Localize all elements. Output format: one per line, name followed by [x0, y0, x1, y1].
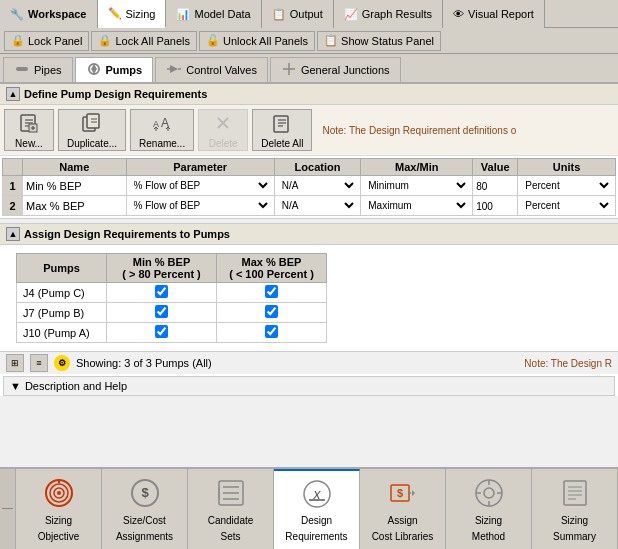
- svg-rect-24: [274, 116, 288, 132]
- table-row: J7 (Pump B): [17, 303, 327, 323]
- toolbar: 🔒 Lock Panel 🔒 Lock All Panels 🔓 Unlock …: [0, 28, 618, 54]
- pump-name-1: J4 (Pump C): [17, 283, 107, 303]
- nav-item-sizing-method[interactable]: Sizing Method: [446, 469, 532, 549]
- location-select-2[interactable]: N/A: [278, 199, 357, 212]
- nav-item-sizing-objective[interactable]: Sizing Objective: [16, 469, 102, 549]
- candidate-sets-label-line2: Sets: [220, 531, 240, 543]
- maxmin-select-2[interactable]: Maximum: [364, 199, 469, 212]
- new-button[interactable]: New...: [4, 109, 54, 151]
- units-select-2[interactable]: Percent: [521, 199, 612, 212]
- col-num: [3, 159, 23, 176]
- sizing-method-icon: [471, 475, 507, 511]
- delete-all-icon: [271, 112, 293, 136]
- delete-button[interactable]: Delete: [198, 109, 248, 151]
- tab-pumps[interactable]: Pumps: [75, 57, 154, 82]
- sizing-summary-icon: [557, 475, 593, 511]
- max-check-1[interactable]: [265, 285, 278, 298]
- maxmin-select-1[interactable]: Minimum: [364, 179, 469, 192]
- tab-workspace[interactable]: 🔧 Workspace: [0, 0, 98, 28]
- sizing-objective-label-line2: Objective: [38, 531, 80, 543]
- collapse-pump-design-button[interactable]: ▲: [6, 87, 20, 101]
- sizing-summary-label-line2: Summary: [553, 531, 596, 543]
- new-icon: [18, 112, 40, 136]
- collapse-assign-button[interactable]: ▲: [6, 227, 20, 241]
- col-pumps-header: Pumps: [17, 254, 107, 283]
- nav-side: │: [0, 469, 16, 549]
- parameter-select-2[interactable]: % Flow of BEP: [130, 199, 271, 212]
- col-min-header: Min % BEP ( > 80 Percent ): [107, 254, 217, 283]
- units-select-1[interactable]: Percent: [521, 179, 612, 192]
- max-check-2[interactable]: [265, 305, 278, 318]
- pipes-icon: [14, 61, 30, 79]
- max-check-3[interactable]: [265, 325, 278, 338]
- parameter-select-1[interactable]: % Flow of BEP: [130, 179, 271, 192]
- assign-cost-label-line1: Assign: [387, 515, 417, 527]
- svg-point-31: [57, 491, 61, 495]
- table-view-button[interactable]: ⊞: [6, 354, 24, 372]
- assign-cost-label-line2: Cost Libraries: [372, 531, 434, 543]
- show-status-panel-button[interactable]: 📋 Show Status Panel: [317, 31, 441, 51]
- col-name: Name: [23, 159, 127, 176]
- size-cost-icon: $: [127, 475, 163, 511]
- nav-item-sizing-summary[interactable]: Sizing Summary: [532, 469, 618, 549]
- tab-sizing[interactable]: ✏️ Sizing: [98, 0, 167, 28]
- status-icon: ⚙: [54, 355, 70, 371]
- control-valves-icon: [166, 61, 182, 79]
- value-input-1[interactable]: [476, 181, 514, 192]
- min-check-1[interactable]: [155, 285, 168, 298]
- tab-model-data[interactable]: 📊 Model Data: [166, 0, 261, 28]
- pump-name-2: J7 (Pump B): [17, 303, 107, 323]
- general-junctions-icon: [281, 61, 297, 79]
- description-help[interactable]: ▼ Description and Help: [3, 376, 615, 396]
- table-row: J4 (Pump C): [17, 283, 327, 303]
- design-req-label-line1: Design: [301, 515, 332, 527]
- min-check-2[interactable]: [155, 305, 168, 318]
- tab-pipes[interactable]: Pipes: [3, 57, 73, 82]
- status-note: Note: The Design R: [218, 358, 612, 369]
- col-max-header: Max % BEP ( < 100 Percent ): [217, 254, 327, 283]
- nav-item-size-cost[interactable]: $ Size/Cost Assignments: [102, 469, 188, 549]
- description-help-label: Description and Help: [25, 380, 127, 392]
- col-parameter: Parameter: [126, 159, 274, 176]
- sizing-icon: ✏️: [108, 7, 122, 20]
- tab-general-junctions[interactable]: General Junctions: [270, 57, 401, 82]
- location-select-1[interactable]: N/A: [278, 179, 357, 192]
- svg-marker-46: [412, 490, 415, 496]
- graph-icon: 📈: [344, 8, 358, 21]
- workspace-icon: 🔧: [10, 8, 24, 21]
- col-location: Location: [274, 159, 360, 176]
- assign-design-section-header: ▲ Assign Design Requirements to Pumps: [0, 224, 618, 245]
- value-input-2[interactable]: [476, 201, 514, 212]
- min-check-3[interactable]: [155, 325, 168, 338]
- svg-rect-53: [564, 481, 586, 505]
- candidate-sets-icon: [213, 475, 249, 511]
- sizing-objective-label-line1: Sizing: [45, 515, 72, 527]
- bottom-nav: │ Sizing Objective: [0, 467, 618, 549]
- assign-requirements-table: Pumps Min % BEP ( > 80 Percent ) Max % B…: [16, 253, 327, 343]
- design-requirements-table: Name Parameter Location Max/Min Value Un…: [2, 158, 616, 216]
- design-requirements-icon: x: [299, 477, 335, 511]
- delete-all-button[interactable]: Delete All: [252, 109, 312, 151]
- duplicate-icon: [81, 112, 103, 136]
- tab-output[interactable]: 📋 Output: [262, 0, 334, 28]
- unlock-all-panels-button[interactable]: 🔓 Unlock All Panels: [199, 31, 315, 51]
- rename-button[interactable]: AA Rename...: [130, 109, 194, 151]
- tab-visual-report[interactable]: 👁 Visual Report: [443, 0, 545, 28]
- col-maxmin: Max/Min: [361, 159, 473, 176]
- svg-text:$: $: [396, 487, 402, 499]
- lock-panel-button[interactable]: 🔒 Lock Panel: [4, 31, 89, 51]
- nav-item-assign-cost[interactable]: $ Assign Cost Libraries: [360, 469, 446, 549]
- duplicate-button[interactable]: Duplicate...: [58, 109, 126, 151]
- pump-design-section-header: ▲ Define Pump Design Requirements: [0, 84, 618, 105]
- nav-item-candidate-sets[interactable]: Candidate Sets: [188, 469, 274, 549]
- nav-item-design-requirements[interactable]: x Design Requirements: [274, 469, 360, 549]
- status-panel-icon: 📋: [324, 34, 338, 47]
- design-req-label-line2: Requirements: [285, 531, 347, 543]
- status-bar: ⊞ ≡ ⚙ Showing: 3 of 3 Pumps (All) Note: …: [0, 351, 618, 374]
- list-view-button[interactable]: ≡: [30, 354, 48, 372]
- candidate-sets-label-line1: Candidate: [208, 515, 254, 527]
- tab-graph-results[interactable]: 📈 Graph Results: [334, 0, 443, 28]
- lock-all-panels-button[interactable]: 🔒 Lock All Panels: [91, 31, 197, 51]
- col-value: Value: [473, 159, 518, 176]
- tab-control-valves[interactable]: Control Valves: [155, 57, 268, 82]
